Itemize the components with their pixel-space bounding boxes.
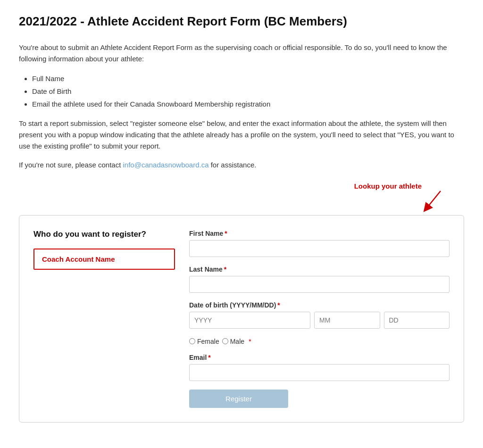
gender-required: * <box>249 337 251 345</box>
dob-mm-input[interactable] <box>314 312 380 329</box>
first-name-input[interactable] <box>189 240 450 257</box>
gender-female-radio[interactable] <box>189 338 195 344</box>
first-name-group: First Name* <box>189 230 450 257</box>
dob-label: Date of birth (YYYY/MM/DD)* <box>189 301 450 309</box>
bullet-item: Email the athlete used for their Canada … <box>32 98 464 110</box>
email-input[interactable] <box>189 364 450 381</box>
first-name-required: * <box>225 230 227 237</box>
intro-paragraph-2: To start a report submission, select "re… <box>19 118 464 152</box>
gender-male-option[interactable]: Male <box>222 338 244 345</box>
email-group: Email* <box>189 354 450 381</box>
bullet-list: Full Name Date of Birth Email the athlet… <box>32 72 464 110</box>
last-name-required: * <box>224 265 226 273</box>
lookup-wrapper: Lookup your athlete Who do you want to r… <box>19 182 464 423</box>
contact-line: If you're not sure, please contact info@… <box>19 159 464 171</box>
svg-line-1 <box>426 191 441 208</box>
gender-male-label: Male <box>230 338 244 345</box>
arrow-annotation: Lookup your athlete <box>19 182 464 215</box>
register-title: Who do you want to register? <box>33 230 175 239</box>
dob-yyyy-input[interactable] <box>189 312 310 329</box>
dob-required: * <box>277 301 280 309</box>
bullet-item: Full Name <box>32 72 464 85</box>
last-name-input[interactable] <box>189 276 450 293</box>
last-name-label: Last Name* <box>189 265 450 273</box>
gender-female-option[interactable]: Female <box>189 338 219 345</box>
contact-email-link[interactable]: info@canadasnowboard.ca <box>123 161 209 169</box>
last-name-group: Last Name* <box>189 265 450 293</box>
dob-row <box>189 312 450 329</box>
left-panel: Who do you want to register? Coach Accou… <box>33 230 175 408</box>
gender-group: Female Male * <box>189 337 450 345</box>
email-required: * <box>208 354 210 361</box>
first-name-label: First Name* <box>189 230 450 237</box>
lookup-label: Lookup your athlete <box>354 182 422 190</box>
contact-suffix: for assistance. <box>209 161 257 169</box>
register-button[interactable]: Register <box>189 390 288 408</box>
dob-dd-input[interactable] <box>384 312 450 329</box>
gender-male-radio[interactable] <box>222 338 228 344</box>
gender-female-label: Female <box>197 338 219 345</box>
coach-account-button[interactable]: Coach Account Name <box>33 249 175 270</box>
page-title: 2021/2022 - Athlete Accident Report Form… <box>19 14 464 29</box>
right-panel: First Name* Last Name* Date of birth (YY… <box>189 230 450 408</box>
email-label: Email* <box>189 354 450 361</box>
lookup-arrow-icon <box>412 189 450 212</box>
registration-form-box: Who do you want to register? Coach Accou… <box>19 215 464 423</box>
dob-group: Date of birth (YYYY/MM/DD)* <box>189 301 450 329</box>
intro-paragraph-1: You're about to submit an Athlete Accide… <box>19 42 464 65</box>
bullet-item: Date of Birth <box>32 85 464 98</box>
contact-prefix: If you're not sure, please contact <box>19 161 123 169</box>
